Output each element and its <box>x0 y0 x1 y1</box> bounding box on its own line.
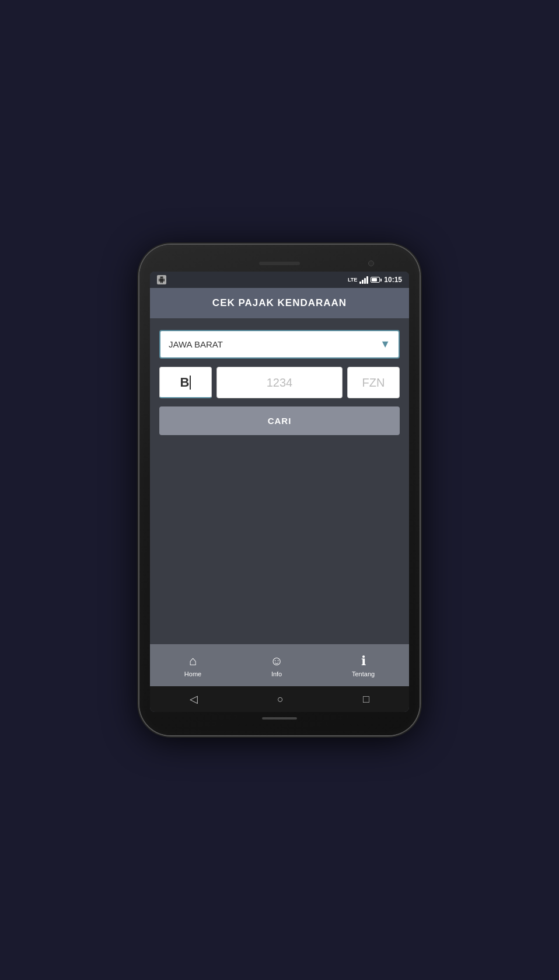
speaker <box>259 262 300 265</box>
app-title: CEK PAJAK KENDARAAN <box>212 297 347 308</box>
search-button[interactable]: CARI <box>159 406 400 435</box>
province-label: JAWA BARAT <box>169 339 223 349</box>
province-dropdown[interactable]: JAWA BARAT ▼ <box>159 330 400 359</box>
plate-number-row: B 1234 FZN <box>159 367 400 398</box>
app-header: CEK PAJAK KENDARAAN <box>150 288 409 318</box>
nav-label-info: Info <box>271 670 282 677</box>
plate-suffix-input[interactable]: FZN <box>347 367 400 398</box>
bottom-nav: ⌂ Home ☺ Info ℹ Tentang <box>150 644 409 686</box>
cursor <box>190 376 191 390</box>
home-button[interactable]: ○ <box>265 689 295 710</box>
nav-item-info[interactable]: ☺ Info <box>258 650 295 681</box>
system-nav: ◁ ○ □ <box>150 686 409 712</box>
home-icon: ⌂ <box>189 654 197 669</box>
front-camera <box>368 260 374 266</box>
back-button[interactable]: ◁ <box>178 688 209 710</box>
signal-icon <box>359 276 368 284</box>
phone-screen: LTE 10:15 CEK PAJAK KENDARAAN <box>150 272 409 712</box>
android-icon <box>157 275 166 284</box>
status-left <box>157 275 166 284</box>
recent-button[interactable]: □ <box>351 689 381 710</box>
status-bar: LTE 10:15 <box>150 272 409 288</box>
home-indicator <box>262 717 297 720</box>
dropdown-arrow-icon: ▼ <box>380 338 390 350</box>
plate-number-input[interactable]: 1234 <box>216 367 343 398</box>
phone-bottom-bar <box>150 712 409 725</box>
phone-device: LTE 10:15 CEK PAJAK KENDARAAN <box>139 245 420 735</box>
battery-icon <box>371 277 382 283</box>
status-right: LTE 10:15 <box>348 276 402 284</box>
nav-item-tentang[interactable]: ℹ Tentang <box>340 650 386 681</box>
nav-label-home: Home <box>184 670 201 677</box>
clock: 10:15 <box>384 276 402 284</box>
plate-prefix-input[interactable]: B <box>159 367 212 398</box>
lte-badge: LTE <box>348 277 357 283</box>
nav-label-tentang: Tentang <box>352 670 375 677</box>
info-icon: ☺ <box>270 654 283 669</box>
plate-suffix-placeholder: FZN <box>362 376 385 390</box>
about-icon: ℹ <box>361 654 366 669</box>
app-content: JAWA BARAT ▼ B 1234 FZN CARI <box>150 318 409 644</box>
plate-number-placeholder: 1234 <box>267 376 293 390</box>
nav-item-home[interactable]: ⌂ Home <box>173 650 213 681</box>
phone-top-bar <box>150 255 409 272</box>
